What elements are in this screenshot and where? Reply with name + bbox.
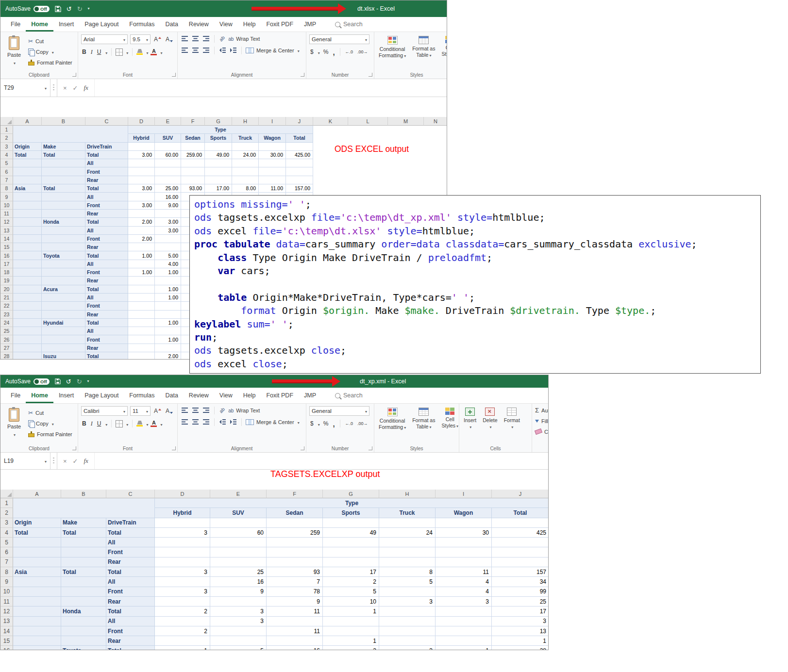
copy-button[interactable]: Copy [28,419,72,427]
row-label[interactable] [13,251,42,260]
borders-button[interactable] [116,420,123,427]
conditional-formatting-button[interactable]: ConditionalFormatting [377,34,407,58]
cell[interactable]: 157 [492,567,548,577]
increase-decimal-button[interactable] [344,50,354,54]
row-label[interactable] [42,268,85,277]
cell[interactable] [155,176,181,184]
type-column-header[interactable]: SUV [155,134,181,142]
column-header[interactable]: J [286,117,313,126]
merge-center-button[interactable]: Merge & Center [246,46,300,54]
cell[interactable]: 2.00 [128,218,155,226]
font-color-button[interactable] [151,49,157,55]
menu-tab-review[interactable]: Review [184,17,214,32]
row-label[interactable] [42,235,85,243]
dimension-header[interactable]: Origin [13,518,61,528]
cell[interactable]: 4 [436,587,492,597]
row-number[interactable]: 13 [0,617,13,626]
row-label[interactable] [42,327,85,335]
row-label[interactable]: Total [85,184,128,193]
cell[interactable] [155,597,210,606]
quick-access-menu-icon[interactable] [88,7,90,11]
row-label[interactable]: Front [85,302,128,310]
row-label[interactable] [13,636,61,646]
row-label[interactable]: Rear [85,277,128,285]
cell[interactable]: 3.00 [128,201,155,210]
cell[interactable]: 93.00 [181,184,205,193]
row-label[interactable] [61,597,106,606]
row-number[interactable]: 7 [0,557,13,567]
row-label[interactable] [13,268,42,277]
formula-input[interactable] [95,453,548,469]
row-number[interactable]: 9 [0,193,13,201]
row-label[interactable] [13,260,42,268]
menu-tab-home[interactable]: Home [26,388,53,403]
type-column-header[interactable]: Total [286,134,313,142]
row-number[interactable]: 27 [0,344,13,352]
row-number[interactable]: 14 [0,235,13,243]
type-column-header[interactable]: Truck [232,134,259,142]
row-number[interactable]: 11 [0,597,13,606]
row-label[interactable] [42,227,85,235]
row-label[interactable] [13,626,61,636]
cell[interactable] [155,538,210,547]
cell[interactable] [128,327,155,335]
cell[interactable] [128,260,155,268]
dialog-launcher-icon[interactable] [301,73,304,77]
cell[interactable]: 3.00 [155,227,181,235]
cell[interactable]: 3 [155,567,210,577]
cell[interactable]: 1.00 [155,285,181,294]
select-all-corner[interactable] [0,490,13,498]
row-label[interactable] [13,285,42,294]
row-number[interactable]: 11 [0,210,13,218]
cell[interactable] [128,176,155,184]
menu-tab-data[interactable]: Data [160,388,183,403]
row-number[interactable]: 24 [0,319,13,327]
cell[interactable]: 30.00 [259,151,286,159]
cell[interactable] [155,235,181,243]
cell[interactable] [492,557,548,567]
menu-tab-help[interactable]: Help [238,388,261,403]
type-column-header[interactable]: Hybrid [128,134,155,142]
type-header[interactable]: Type [128,126,313,134]
cell[interactable]: 3 [379,597,436,606]
row-label[interactable]: Rear [85,176,128,184]
row-number[interactable]: 4 [0,151,13,159]
row-label[interactable]: Front [85,335,128,344]
cell[interactable] [286,176,313,184]
row-label[interactable] [42,210,85,218]
row-label[interactable]: Total [13,151,42,159]
accounting-format-button[interactable] [309,49,315,55]
insert-cells-button[interactable]: Insert [462,406,478,429]
delete-cells-button[interactable]: Delete [481,406,499,429]
cell[interactable] [323,617,379,626]
cell[interactable]: 3.00 [128,151,155,159]
dialog-launcher-icon[interactable] [172,446,176,450]
dimension-header[interactable]: DriveTrain [106,518,155,528]
cell[interactable] [267,518,323,528]
cell[interactable] [267,557,323,567]
cell[interactable] [379,606,436,616]
cancel-icon[interactable] [63,458,67,465]
row-label[interactable]: Total [85,352,128,359]
fill-color-button[interactable] [136,421,143,426]
merge-center-button[interactable]: Merge & Center [246,418,300,426]
row-label[interactable] [13,235,42,243]
orientation-button[interactable]: ab [218,34,227,43]
row-label[interactable] [13,617,61,626]
row-label[interactable]: Total [85,151,128,159]
row-label[interactable] [13,302,42,310]
row-number[interactable]: 4 [0,528,13,538]
cell[interactable]: 7 [267,577,323,587]
menu-tab-jmp[interactable]: JMP [299,388,321,403]
row-label[interactable]: Total [85,285,128,294]
column-header[interactable]: M [388,117,424,126]
cell[interactable]: 1 [436,646,492,650]
row-label[interactable] [42,159,85,167]
row-number[interactable]: 19 [0,277,13,285]
row-number[interactable]: 9 [0,577,13,587]
cell[interactable]: 78 [267,587,323,597]
cell[interactable]: 11 [436,567,492,577]
search-box[interactable]: Search [335,17,363,32]
menu-tab-foxit-pdf[interactable]: Foxit PDF [261,388,299,403]
autosum-button[interactable]: AutoSum [535,406,548,414]
